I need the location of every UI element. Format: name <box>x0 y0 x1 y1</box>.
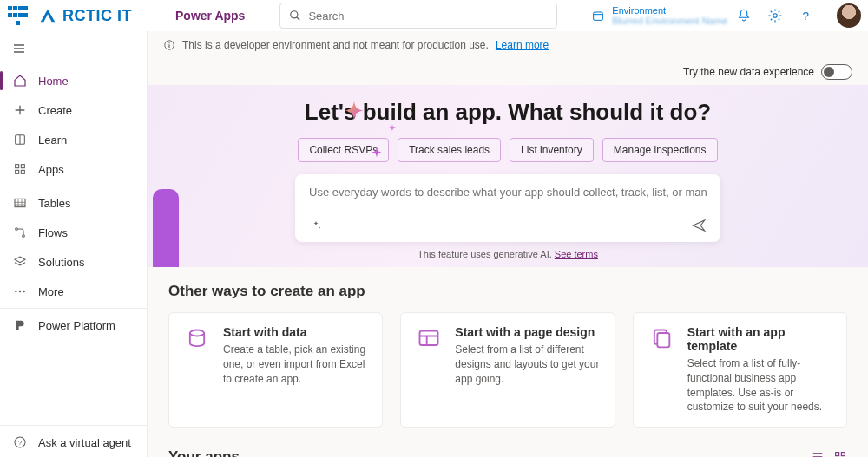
card-title: Start with a page design <box>455 325 600 339</box>
power-platform-icon <box>12 317 28 333</box>
book-icon <box>12 132 28 147</box>
pill-manage-inspections[interactable]: Manage inspections <box>602 138 718 162</box>
svg-point-14 <box>19 291 21 292</box>
notifications-icon[interactable] <box>736 8 752 23</box>
card-desc: Select from a list of different designs … <box>455 343 600 386</box>
svg-point-12 <box>23 235 25 238</box>
create-cards: Start with data Create a table, pick an … <box>168 312 847 428</box>
svg-text:?: ? <box>803 10 810 23</box>
svg-rect-6 <box>16 165 19 168</box>
sidebar-item-solutions[interactable]: Solutions <box>0 247 147 277</box>
svg-point-15 <box>23 291 24 292</box>
sidebar-item-tables[interactable]: Tables <box>0 188 147 218</box>
help-circle-icon: ? <box>12 434 28 450</box>
svg-rect-8 <box>16 170 19 173</box>
sidebar-item-label: More <box>38 285 64 298</box>
svg-line-1 <box>297 17 300 21</box>
card-start-with-template[interactable]: Start with an app template Select from a… <box>633 312 847 428</box>
sidebar-item-flows[interactable]: Flows <box>0 218 147 247</box>
settings-icon[interactable] <box>767 8 783 23</box>
help-icon[interactable]: ? <box>799 8 814 23</box>
sidebar-item-home[interactable]: Home <box>0 66 147 95</box>
data-experience-toggle[interactable] <box>821 64 852 80</box>
sidebar-item-label: Tables <box>38 197 71 210</box>
flow-icon <box>12 225 28 240</box>
svg-rect-7 <box>21 165 24 168</box>
svg-point-11 <box>16 228 18 231</box>
send-icon[interactable] <box>691 218 707 233</box>
sidebar: Home Create Learn Apps Tables Flows Solu… <box>0 31 148 457</box>
ai-disclaimer: This feature uses generative AI. See ter… <box>148 249 868 259</box>
data-experience-toggle-row: Try the new data experience <box>148 59 868 80</box>
svg-rect-20 <box>168 44 169 48</box>
logo-text: RCTIC IT <box>62 7 132 25</box>
card-title: Start with an app template <box>687 325 832 353</box>
info-icon <box>163 39 175 51</box>
developer-notice: This is a developer environment and not … <box>148 31 868 59</box>
svg-rect-22 <box>420 331 438 345</box>
sidebar-item-label: Home <box>38 75 69 88</box>
plus-icon <box>12 102 28 118</box>
sidebar-item-label: Power Platform <box>38 319 115 332</box>
sparkle-icon <box>339 99 370 130</box>
notice-text: This is a developer environment and not … <box>182 39 489 51</box>
more-icon <box>12 284 28 299</box>
card-desc: Select from a list of fully-functional b… <box>687 356 832 415</box>
sparkle-action-icon[interactable] <box>309 219 323 232</box>
list-view-icon[interactable] <box>811 450 825 457</box>
layout-icon <box>415 325 443 353</box>
sidebar-item-label: Flows <box>38 226 68 239</box>
ai-prompt-input[interactable] <box>309 186 707 199</box>
svg-point-21 <box>190 330 204 336</box>
sidebar-item-create[interactable]: Create <box>0 95 147 125</box>
svg-rect-25 <box>836 453 839 456</box>
notice-link[interactable]: Learn more <box>496 39 549 51</box>
company-logo[interactable]: RCTIC IT <box>38 6 132 25</box>
sidebar-item-label: Create <box>38 104 72 117</box>
main-content: This is a developer environment and not … <box>148 31 868 457</box>
sidebar-item-apps[interactable]: Apps <box>0 154 147 184</box>
svg-rect-26 <box>841 453 845 456</box>
apps-icon <box>12 161 28 177</box>
search-input[interactable] <box>308 10 548 23</box>
environment-label: Environment <box>612 5 727 16</box>
environment-icon <box>591 9 605 23</box>
search-box[interactable] <box>279 3 557 29</box>
svg-rect-24 <box>657 333 669 347</box>
environment-picker[interactable]: Environment Blurred Environment Name <box>591 5 727 26</box>
hero-title: Let's build an app. What should it do? <box>148 99 868 126</box>
ai-terms-link[interactable]: See terms <box>555 249 598 259</box>
other-ways-heading: Other ways to create an app <box>168 283 847 300</box>
toggle-label: Try the new data experience <box>683 66 814 78</box>
card-start-with-data[interactable]: Start with data Create a table, pick an … <box>168 312 383 428</box>
grid-view-icon[interactable] <box>833 450 847 457</box>
svg-point-13 <box>15 291 16 292</box>
app-name[interactable]: Power Apps <box>175 9 245 23</box>
table-icon <box>12 195 28 211</box>
sidebar-toggle[interactable] <box>0 31 147 66</box>
sidebar-item-label: Solutions <box>38 256 84 269</box>
hamburger-icon <box>12 42 26 55</box>
sidebar-item-power-platform[interactable]: Power Platform <box>0 310 147 340</box>
user-avatar[interactable] <box>837 3 861 28</box>
sidebar-item-virtual-agent[interactable]: ? Ask a virtual agent <box>0 428 147 457</box>
hero-decoration <box>153 189 179 267</box>
header-actions: ? <box>736 3 861 28</box>
other-ways-section: Other ways to create an app Start with d… <box>148 267 868 428</box>
search-icon <box>289 10 301 22</box>
card-start-with-page[interactable]: Start with a page design Select from a l… <box>400 312 615 428</box>
card-desc: Create a table, pick an existing one, or… <box>223 343 368 386</box>
sidebar-item-label: Apps <box>38 163 64 176</box>
sparkle-med-icon <box>368 146 385 163</box>
sidebar-item-more[interactable]: More <box>0 277 147 306</box>
view-toggle <box>811 450 847 457</box>
sidebar-item-label: Ask a virtual agent <box>38 436 131 449</box>
sidebar-item-learn[interactable]: Learn <box>0 125 147 154</box>
pill-list-inventory[interactable]: List inventory <box>510 138 594 162</box>
ai-prompt-box <box>295 174 720 242</box>
home-icon <box>12 73 28 88</box>
your-apps-header: Your apps <box>148 428 868 457</box>
pill-track-sales[interactable]: Track sales leads <box>398 138 501 162</box>
waffle-icon[interactable] <box>7 5 28 26</box>
app-header: RCTIC IT Power Apps Environment Blurred … <box>0 0 868 31</box>
